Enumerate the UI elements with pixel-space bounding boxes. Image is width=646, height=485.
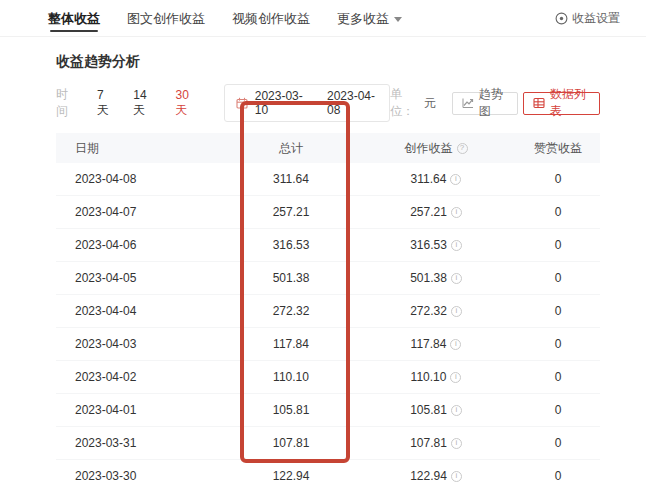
table-row: 2023-04-04 272.32 272.32 i 0: [56, 295, 600, 328]
column-header-date: 日期: [56, 140, 226, 157]
cell-date: 2023-03-31: [56, 436, 226, 450]
column-header-total: 总计: [226, 140, 356, 157]
range-14d-button[interactable]: 14天: [133, 88, 155, 119]
cell-date: 2023-04-06: [56, 238, 226, 252]
tab-article-earnings[interactable]: 图文创作收益: [127, 0, 205, 37]
cell-appreciation: 0: [516, 337, 600, 351]
table-header-row: 日期 总计 创作收益 ? 赞赏收益: [56, 133, 600, 163]
cell-appreciation: 0: [516, 304, 600, 318]
cell-creation: 316.53 i: [356, 238, 516, 252]
cell-total: 501.38: [226, 271, 356, 285]
cell-appreciation: 0: [516, 172, 600, 186]
cell-total: 117.84: [226, 337, 356, 351]
cell-date: 2023-04-02: [56, 370, 226, 384]
cell-total: 105.81: [226, 403, 356, 417]
column-header-creation-label: 创作收益: [405, 140, 453, 157]
earnings-settings-button[interactable]: 收益设置: [555, 10, 620, 27]
cell-total: 257.21: [226, 205, 356, 219]
cell-date: 2023-04-03: [56, 337, 226, 351]
earnings-table: 日期 总计 创作收益 ? 赞赏收益 2023-04-08 311.64 311.…: [56, 133, 600, 485]
column-header-creation: 创作收益 ?: [356, 140, 516, 157]
tab-overall-earnings[interactable]: 整体收益: [48, 0, 100, 37]
chevron-down-icon: [394, 17, 402, 22]
cell-date: 2023-04-01: [56, 403, 226, 417]
trend-chart-button[interactable]: 趋势图: [452, 92, 518, 115]
cell-creation-value: 110.10: [411, 370, 447, 384]
cell-creation-value: 316.53: [410, 238, 447, 252]
info-icon[interactable]: i: [451, 306, 462, 317]
cell-total: 316.53: [226, 238, 356, 252]
cell-creation-value: 117.84: [411, 337, 447, 351]
cell-date: 2023-04-07: [56, 205, 226, 219]
settings-label: 收益设置: [572, 10, 620, 27]
table-body: 2023-04-08 311.64 311.64 i 0 2023-04-07 …: [56, 163, 600, 485]
info-icon[interactable]: i: [450, 339, 461, 350]
range-7d-button[interactable]: 7天: [97, 88, 113, 119]
cell-total: 272.32: [226, 304, 356, 318]
cell-creation: 311.64 i: [356, 172, 516, 186]
cell-appreciation: 0: [516, 205, 600, 219]
cell-creation: 107.81 i: [356, 436, 516, 450]
cell-creation-value: 257.21: [410, 205, 447, 219]
table-row: 2023-04-03 117.84 117.84 i 0: [56, 328, 600, 361]
info-icon[interactable]: i: [451, 405, 462, 416]
cell-total: 311.64: [226, 172, 356, 186]
date-range-picker[interactable]: 2023-03-10 ~ 2023-04-08: [224, 84, 390, 122]
settings-icon: [555, 12, 568, 25]
cell-creation-value: 272.32: [410, 304, 447, 318]
cell-date: 2023-03-30: [56, 469, 226, 483]
unit-label: 单位：: [390, 86, 422, 120]
time-filter-label: 时间: [56, 86, 77, 120]
info-icon[interactable]: i: [451, 273, 462, 284]
table-icon: [533, 97, 545, 109]
table-row: 2023-04-01 105.81 105.81 i 0: [56, 394, 600, 427]
info-icon[interactable]: i: [450, 372, 461, 383]
table-row: 2023-04-08 311.64 311.64 i 0: [56, 163, 600, 196]
cell-date: 2023-04-05: [56, 271, 226, 285]
cell-date: 2023-04-08: [56, 172, 226, 186]
calendar-icon: [236, 97, 248, 109]
date-range-separator: ~: [313, 96, 320, 110]
data-list-button[interactable]: 数据列表: [523, 92, 600, 115]
cell-creation: 105.81 i: [356, 403, 516, 417]
data-list-label: 数据列表: [550, 86, 590, 120]
cell-appreciation: 0: [516, 436, 600, 450]
cell-creation: 122.94 i: [356, 469, 516, 483]
cell-creation-value: 105.81: [410, 403, 447, 417]
top-tab-bar: 整体收益 图文创作收益 视频创作收益 更多收益 收益设置: [0, 0, 646, 37]
cell-appreciation: 0: [516, 238, 600, 252]
info-icon[interactable]: i: [451, 207, 462, 218]
info-icon[interactable]: i: [451, 471, 462, 482]
cell-appreciation: 0: [516, 370, 600, 384]
line-chart-icon: [462, 97, 474, 109]
filter-row: 时间 7天 14天 30天 2023-03-10 ~ 2023-04-08 单位…: [56, 84, 600, 122]
table-row: 2023-04-06 316.53 316.53 i 0: [56, 229, 600, 262]
range-30d-button[interactable]: 30天: [176, 88, 198, 119]
table-row: 2023-03-30 122.94 122.94 i 0: [56, 460, 600, 485]
date-range-start: 2023-03-10: [255, 89, 306, 117]
trend-chart-label: 趋势图: [479, 86, 508, 120]
table-row: 2023-04-05 501.38 501.38 i 0: [56, 262, 600, 295]
page-title: 收益趋势分析: [56, 53, 600, 71]
cell-creation-value: 501.38: [410, 271, 447, 285]
cell-date: 2023-04-04: [56, 304, 226, 318]
date-range-end: 2023-04-08: [327, 89, 378, 117]
cell-appreciation: 0: [516, 403, 600, 417]
tab-more-earnings-label: 更多收益: [337, 11, 389, 26]
table-row: 2023-04-07 257.21 257.21 i 0: [56, 196, 600, 229]
cell-creation: 257.21 i: [356, 205, 516, 219]
cell-total: 107.81: [226, 436, 356, 450]
tab-more-earnings[interactable]: 更多收益: [337, 0, 402, 37]
info-icon[interactable]: i: [451, 240, 462, 251]
info-icon[interactable]: i: [451, 438, 462, 449]
unit-value: 元: [424, 95, 436, 112]
help-icon[interactable]: ?: [457, 143, 468, 154]
column-header-appreciation: 赞赏收益: [516, 140, 600, 157]
cell-creation-value: 311.64: [411, 172, 447, 186]
info-icon[interactable]: i: [450, 174, 461, 185]
cell-appreciation: 0: [516, 271, 600, 285]
cell-total: 122.94: [226, 469, 356, 483]
table-row: 2023-03-31 107.81 107.81 i 0: [56, 427, 600, 460]
tab-video-earnings[interactable]: 视频创作收益: [232, 0, 310, 37]
cell-appreciation: 0: [516, 469, 600, 483]
